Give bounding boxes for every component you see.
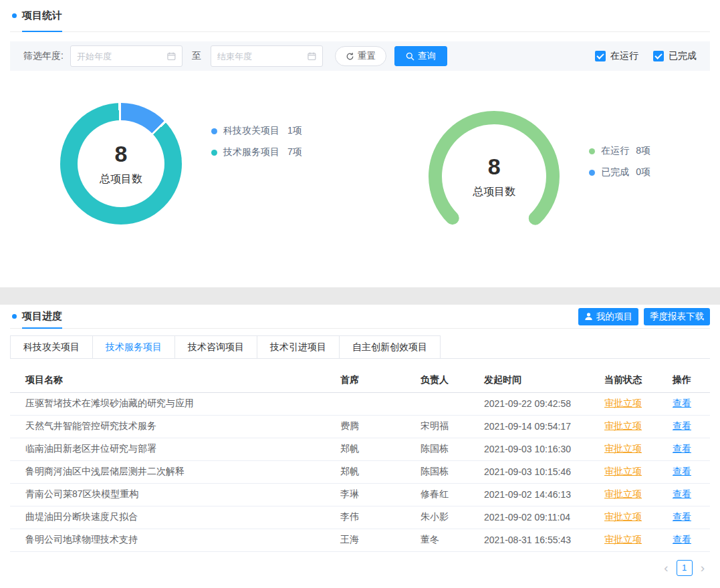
next-page-icon[interactable]: ›	[701, 561, 705, 574]
header-start-time: 发起时间	[481, 368, 602, 392]
cell-owner: 宋明福	[418, 415, 481, 438]
legend-value: 0项	[636, 166, 650, 178]
table-row: 临南油田新老区井位研究与部署 郑帆 陈国栋 2021-09-03 10:16:3…	[10, 438, 710, 460]
status-link[interactable]: 审批立项	[604, 534, 642, 545]
quarterly-report-download-button[interactable]: 季度报表下载	[644, 308, 710, 325]
cell-project-name: 鲁明公司地球物理技术支持	[10, 529, 338, 551]
view-link[interactable]: 查看	[673, 466, 691, 476]
progress-section-title: 项目进度	[22, 305, 62, 328]
legend-label: 已完成	[601, 166, 636, 178]
checkbox-checked-icon[interactable]	[595, 51, 606, 61]
tab-jishu-zixun[interactable]: 技术咨询项目	[174, 335, 257, 358]
view-link[interactable]: 查看	[673, 443, 691, 454]
legend-item[interactable]: 科技攻关项目 1项	[211, 125, 302, 137]
query-button[interactable]: 查询	[394, 46, 447, 66]
query-button-label: 查询	[418, 50, 436, 62]
header-action: 操作	[670, 368, 710, 392]
table-row: 青南公司莱87区块模型重构 李琳 修春红 2021-09-02 14:46:13…	[10, 483, 710, 506]
view-link[interactable]: 查看	[673, 488, 691, 499]
reset-button-label: 重置	[358, 50, 376, 62]
cell-owner	[418, 392, 481, 415]
donut-center-text: 8 总项目数	[60, 103, 182, 225]
view-link[interactable]: 查看	[673, 420, 691, 431]
cell-owner: 陈国栋	[418, 460, 481, 483]
charts-row: 8 总项目数 科技攻关项目 1项 技术服务项目 7项 8 总项目数	[10, 71, 710, 287]
cell-project-name: 天然气井智能管控研究技术服务	[10, 415, 338, 438]
legend-dot-icon	[589, 170, 595, 176]
status-link[interactable]: 审批立项	[604, 488, 642, 499]
legend-value: 8项	[636, 145, 650, 157]
cell-start-time: 2021-08-31 16:55:43	[481, 529, 602, 551]
completed-checkbox[interactable]: 已完成	[653, 50, 697, 62]
cell-owner: 修春红	[418, 483, 481, 506]
status-link[interactable]: 审批立项	[604, 511, 642, 522]
tab-jishu-fuwu[interactable]: 技术服务项目	[92, 335, 175, 358]
total-projects-value: 8	[488, 154, 501, 180]
tab-zizhu-chuangxin[interactable]: 自主创新创效项目	[339, 335, 441, 358]
cell-chief: 郑帆	[338, 438, 418, 460]
my-projects-button-label: 我的项目	[596, 311, 632, 323]
table-row: 曲堤油田分断块速度尺拟合 李伟 朱小影 2021-09-02 09:11:04 …	[10, 506, 710, 529]
refresh-icon	[346, 52, 354, 61]
calendar-icon	[167, 51, 176, 61]
legend-dot-icon	[211, 128, 217, 134]
header-actions: 我的项目 季度报表下载	[578, 308, 710, 325]
status-link[interactable]: 审批立项	[604, 443, 642, 454]
to-label: 至	[192, 50, 201, 62]
total-projects-value: 8	[115, 141, 128, 167]
quarterly-report-button-label: 季度报表下载	[650, 311, 704, 323]
page-number[interactable]: 1	[677, 560, 693, 576]
legend-item[interactable]: 已完成 0项	[589, 166, 650, 178]
reset-button[interactable]: 重置	[335, 46, 386, 66]
legend-label: 科技攻关项目	[223, 125, 287, 137]
project-type-legend: 科技攻关项目 1项 技术服务项目 7项	[211, 120, 302, 163]
filter-label: 筛选年度:	[23, 50, 64, 62]
prev-page-icon[interactable]: ‹	[664, 561, 668, 574]
project-progress-card: 项目进度 我的项目 季度报表下载 科技攻关项目 技术服务项目 技术咨询项目 技术…	[0, 305, 720, 576]
cell-start-time: 2021-09-02 09:11:04	[481, 506, 602, 529]
cell-chief: 费腾	[338, 415, 418, 438]
cell-start-time: 2021-09-22 09:42:58	[481, 392, 602, 415]
table-row: 鲁明公司地球物理技术支持 王海 董冬 2021-08-31 16:55:43 审…	[10, 529, 710, 551]
legend-value: 7项	[287, 146, 302, 158]
table-row: 天然气井智能管控研究技术服务 费腾 宋明福 2021-09-14 09:54:1…	[10, 415, 710, 438]
legend-item[interactable]: 在运行 8项	[589, 145, 650, 157]
end-year-input[interactable]	[211, 45, 323, 67]
my-projects-button[interactable]: 我的项目	[578, 308, 638, 325]
status-link[interactable]: 审批立项	[604, 398, 642, 408]
projects-table: 项目名称 首席 负责人 发起时间 当前状态 操作 压驱暂堵技术在滩坝砂油藏的研究…	[10, 368, 710, 552]
cell-chief: 李琳	[338, 483, 418, 506]
header-owner: 负责人	[418, 368, 481, 392]
header-project-name: 项目名称	[10, 368, 338, 392]
running-checkbox[interactable]: 在运行	[595, 50, 638, 62]
running-checkbox-label: 在运行	[610, 50, 638, 62]
project-type-donut-chart: 8 总项目数	[60, 103, 182, 225]
cell-start-time: 2021-09-03 10:15:46	[481, 460, 602, 483]
header-status: 当前状态	[602, 368, 670, 392]
total-projects-label: 总项目数	[473, 185, 515, 199]
tab-jishu-yinjin[interactable]: 技术引进项目	[257, 335, 340, 358]
cell-start-time: 2021-09-14 09:54:17	[481, 415, 602, 438]
status-link[interactable]: 审批立项	[604, 466, 642, 476]
view-link[interactable]: 查看	[673, 534, 691, 545]
project-stats-card: 项目统计 筛选年度: 至	[0, 0, 720, 287]
view-link[interactable]: 查看	[673, 398, 691, 408]
legend-item[interactable]: 技术服务项目 7项	[211, 146, 302, 158]
cell-project-name: 压驱暂堵技术在滩坝砂油藏的研究与应用	[10, 392, 338, 415]
cell-chief: 王海	[338, 529, 418, 551]
cell-chief: 郑帆	[338, 460, 418, 483]
checkbox-checked-icon[interactable]	[653, 51, 664, 61]
status-link[interactable]: 审批立项	[604, 420, 642, 431]
end-year-field[interactable]	[217, 51, 308, 61]
gauge-center-text: 8 总项目数	[427, 110, 561, 243]
view-link[interactable]: 查看	[673, 511, 691, 522]
tab-keji-gongguan[interactable]: 科技攻关项目	[10, 335, 93, 358]
pagination: ‹ 1 ›	[10, 552, 710, 576]
start-year-input[interactable]	[70, 45, 183, 67]
cell-project-name: 鲁明商河油区中浅层储层测井二次解释	[10, 460, 338, 483]
project-status-legend: 在运行 8项 已完成 0项	[589, 140, 650, 183]
start-year-field[interactable]	[77, 51, 167, 61]
user-icon	[584, 312, 593, 321]
cell-owner: 陈国栋	[418, 438, 481, 460]
completed-checkbox-label: 已完成	[669, 50, 697, 62]
